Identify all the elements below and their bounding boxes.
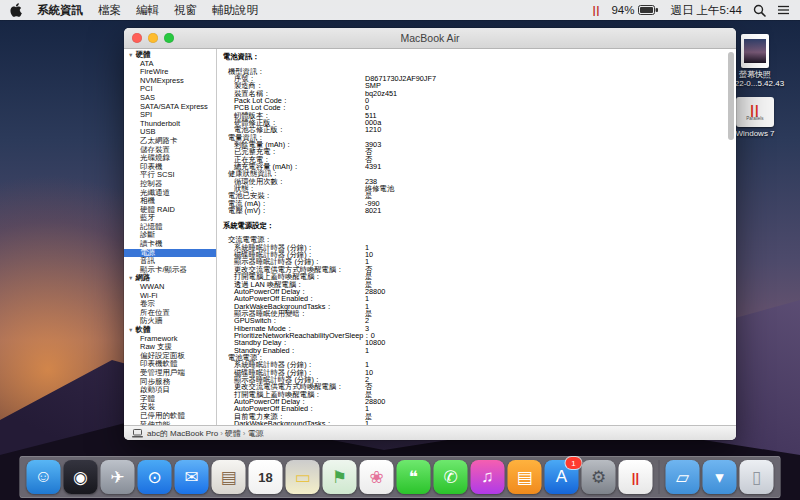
content-section: 電池資訊：機型資訊：序號：D8671730J2AF90JF7製造商：SMP裝置名…	[223, 53, 722, 215]
sidebar-item-nvmexpress[interactable]: NVMExpress	[124, 77, 216, 86]
report-content: 電池資訊：機型資訊：序號：D8671730J2AF90JF7製造商：SMP裝置名…	[217, 49, 736, 425]
sidebar-item-spi[interactable]: SPI	[124, 111, 216, 120]
close-button[interactable]	[132, 33, 142, 43]
sidebar-item-firewire[interactable]: FireWire	[124, 68, 216, 77]
menu-edit[interactable]: 編輯	[136, 3, 159, 18]
apple-menu-icon[interactable]	[10, 3, 22, 17]
disclosure-triangle-icon[interactable]: ▼	[128, 51, 133, 60]
dock-icon-documents-folder[interactable]: ▱	[666, 460, 700, 494]
info-row: 循環使用次數：238	[223, 178, 722, 185]
window-titlebar[interactable]: MacBook Air	[124, 28, 736, 49]
sidebar-item-診斷[interactable]: 診斷	[124, 231, 216, 240]
sidebar-item-受管理用戶端[interactable]: 受管理用戶端	[124, 369, 216, 378]
sidebar-item-電源[interactable]: 電源	[124, 249, 216, 258]
menu-help[interactable]: 輔助說明	[212, 3, 258, 18]
dock-icon-mail[interactable]: ✉	[175, 460, 209, 494]
sidebar-item-記憶體[interactable]: 記憶體	[124, 223, 216, 232]
sidebar-item-平行-scsi[interactable]: 平行 SCSI	[124, 171, 216, 180]
sidebar-item-印表機[interactable]: 印表機	[124, 163, 216, 172]
sidebar-item-字體[interactable]: 字體	[124, 395, 216, 404]
sidebar-item-硬體-raid[interactable]: 硬體 RAID	[124, 206, 216, 215]
system-information-window: MacBook Air ▼硬體ATAFireWireNVMExpressPCIS…	[124, 28, 736, 440]
finder-glyph: ☺	[35, 467, 52, 487]
dock-icon-launchpad[interactable]: ✈	[101, 460, 135, 494]
sidebar-item-raw-支援[interactable]: Raw 支援	[124, 343, 216, 352]
sidebar-item-wi-fi[interactable]: Wi-Fi	[124, 292, 216, 301]
dock-icon-itunes[interactable]: ♫	[471, 460, 505, 494]
dock-icon-contacts[interactable]: ▤	[212, 460, 246, 494]
dock-icon-messages[interactable]: ❝	[397, 460, 431, 494]
sidebar-item-sas[interactable]: SAS	[124, 94, 216, 103]
sidebar-item-啟動項目[interactable]: 啟動項目	[124, 386, 216, 395]
dock-icon-calendar[interactable]: 18	[249, 460, 283, 494]
info-value: 1	[365, 346, 369, 355]
sidebar-item-已停用的軟體[interactable]: 已停用的軟體	[124, 412, 216, 421]
sidebar-item-thunderbolt[interactable]: Thunderbolt	[124, 120, 216, 129]
sidebar-item-偏好設定面板[interactable]: 偏好設定面板	[124, 352, 216, 361]
sidebar-item-光碟燒錄[interactable]: 光碟燒錄	[124, 154, 216, 163]
window-body: ▼硬體ATAFireWireNVMExpressPCISASSATA/SATA …	[124, 49, 736, 425]
dock-icon-safari[interactable]: ⊙	[138, 460, 172, 494]
dock-icon-ibooks[interactable]: ▤	[508, 460, 542, 494]
sidebar-item-wwan[interactable]: WWAN	[124, 283, 216, 292]
disclosure-triangle-icon[interactable]: ▼	[128, 274, 133, 283]
sidebar-item-儲存裝置[interactable]: 儲存裝置	[124, 146, 216, 155]
sidebar-item-讀卡機[interactable]: 讀卡機	[124, 240, 216, 249]
minimize-button[interactable]	[148, 33, 158, 43]
sidebar-item-卷宗[interactable]: 卷宗	[124, 300, 216, 309]
dock-icon-system-preferences[interactable]: ⚙	[582, 460, 616, 494]
dock-icon-siri[interactable]: ◉	[64, 460, 98, 494]
zoom-button[interactable]	[164, 33, 174, 43]
dock-icon-trash[interactable]: ▯	[740, 460, 774, 494]
dock-icon-app-store[interactable]: A1	[545, 460, 579, 494]
notification-center-icon[interactable]	[777, 4, 790, 16]
sidebar-item-所在位置[interactable]: 所在位置	[124, 309, 216, 318]
sidebar-item-光纖通道[interactable]: 光纖通道	[124, 189, 216, 198]
parallels-status-icon[interactable]: ||	[593, 5, 601, 16]
dock-icon-maps[interactable]: ⚑	[323, 460, 357, 494]
info-row: PrioritizeNetworkReachabilityOverSleep：0	[223, 332, 722, 339]
battery-status[interactable]: 94%	[611, 4, 659, 16]
menu-file[interactable]: 檔案	[98, 3, 121, 18]
dock-icon-facetime[interactable]: ✆	[434, 460, 468, 494]
sidebar-item-印表機軟體[interactable]: 印表機軟體	[124, 360, 216, 369]
scrollbar-thumb[interactable]	[728, 52, 734, 140]
parallels-box-icon: || Parallels	[736, 97, 774, 127]
sidebar-item-音訊[interactable]: 音訊	[124, 257, 216, 266]
menu-bar-status-area: || 94% 週日 上午5:44	[593, 3, 790, 18]
info-row: 序號：D8671730J2AF90JF7	[223, 75, 722, 82]
dock-icon-photos[interactable]: ❀	[360, 460, 394, 494]
sidebar-item-藍牙[interactable]: 藍牙	[124, 214, 216, 223]
menu-app-name[interactable]: 系統資訊	[37, 3, 83, 18]
menu-window[interactable]: 視窗	[174, 3, 197, 18]
contacts-glyph: ▤	[220, 467, 236, 488]
mac-icon	[132, 429, 143, 438]
spotlight-icon[interactable]	[753, 4, 766, 17]
dock-icon-parallels-desktop[interactable]: ||	[619, 460, 653, 494]
sidebar-item-ata[interactable]: ATA	[124, 60, 216, 69]
sidebar-item-sata-sata-express[interactable]: SATA/SATA Express	[124, 103, 216, 112]
sidebar-item-同步服務[interactable]: 同步服務	[124, 378, 216, 387]
disclosure-triangle-icon[interactable]: ▼	[128, 326, 133, 335]
photos-glyph: ❀	[369, 467, 383, 488]
info-row: 軔體版本：511	[223, 112, 722, 119]
sidebar-section-header[interactable]: ▼軟體	[124, 326, 216, 335]
sidebar-section-header[interactable]: ▼網路	[124, 274, 216, 283]
sidebar-section-header[interactable]: ▼硬體	[124, 51, 216, 60]
menu-clock[interactable]: 週日 上午5:44	[670, 3, 742, 18]
sidebar-item-安裝[interactable]: 安裝	[124, 403, 216, 412]
breadcrumb-segment: 硬體	[225, 429, 241, 438]
info-row: PCB Lot Code：0	[223, 104, 722, 111]
sidebar-item-相機[interactable]: 相機	[124, 197, 216, 206]
dock-icon-notes[interactable]: ▭	[286, 460, 320, 494]
launchpad-glyph: ✈	[110, 467, 124, 488]
content-sections: 電池資訊：機型資訊：序號：D8671730J2AF90JF7製造商：SMP裝置名…	[223, 53, 722, 425]
sidebar-item-pci[interactable]: PCI	[124, 85, 216, 94]
dock-icon-downloads-folder[interactable]: ▾	[703, 460, 737, 494]
sidebar-item-usb[interactable]: USB	[124, 128, 216, 137]
sidebar-item-乙太網路卡[interactable]: 乙太網路卡	[124, 137, 216, 146]
sidebar-item-framework[interactable]: Framework	[124, 335, 216, 344]
sidebar-item-控制器[interactable]: 控制器	[124, 180, 216, 189]
dock-icon-finder[interactable]: ☺	[27, 460, 61, 494]
content-scrollbar[interactable]	[727, 50, 735, 424]
